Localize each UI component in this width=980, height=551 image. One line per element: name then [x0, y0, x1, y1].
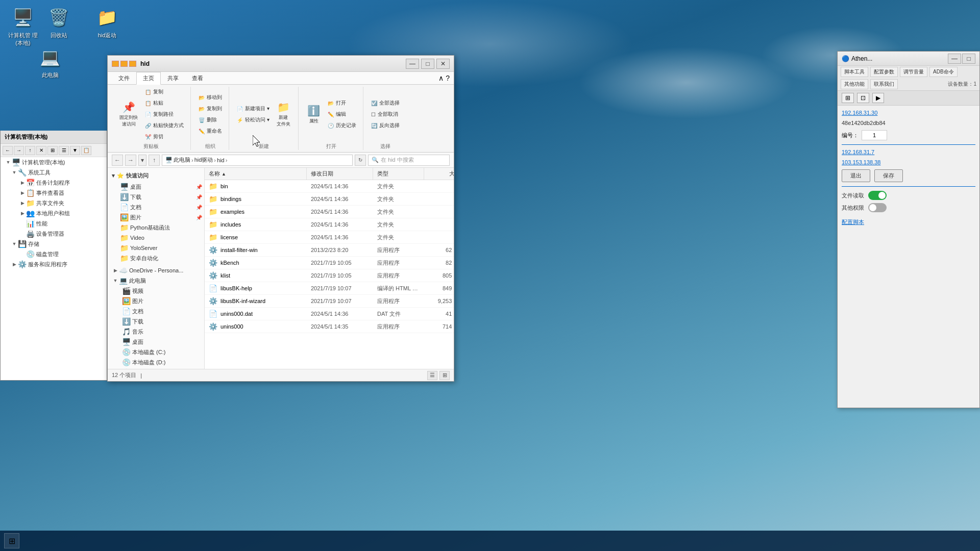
new-item-btn[interactable]: 📄 新建项目 ▾ [234, 104, 272, 114]
sidebar-item-docs[interactable]: 📄 文档 [108, 306, 204, 316]
toolbar-btn-2[interactable]: → [14, 146, 24, 155]
ip-address-3[interactable]: 103.153.138.38 [842, 159, 975, 165]
history-btn[interactable]: 🕐 历史记录 [325, 120, 359, 131]
view-btn-grid[interactable]: ⊞ [842, 93, 854, 103]
toolbar-btn-7[interactable]: ▼ [70, 146, 80, 155]
exit-button[interactable]: 退出 [842, 169, 870, 182]
sidebar-item-video[interactable]: 📁 Video [108, 233, 204, 243]
move-to-btn[interactable]: 📂 移动到 [196, 92, 225, 103]
toolbar-btn-1[interactable]: ← [3, 146, 13, 155]
sidebar-item-thispc[interactable]: ▼ 💻 此电脑 [108, 276, 204, 286]
col-header-date[interactable]: 修改日期 [307, 168, 373, 180]
new-folder-btn[interactable]: 📁 新建文件夹 [273, 98, 294, 130]
title-bar[interactable]: hid — □ ✕ [108, 56, 454, 72]
easy-access-btn[interactable]: ⚡ 轻松访问 ▾ [234, 115, 272, 125]
desktop-icon-recycle[interactable]: 🗑️ 回收站 [41, 5, 77, 39]
sidebar-item-ddrive[interactable]: 💿 本地磁盘 (D:) [108, 357, 204, 367]
sidebar-item-desk[interactable]: 🖥️ 桌面 [108, 337, 204, 347]
toolbar-btn-3[interactable]: ↑ [25, 146, 35, 155]
address-input[interactable]: 🖥️ 此电脑 › hid驱动 › hid › [162, 155, 353, 166]
other-perm-toggle[interactable] [868, 203, 887, 212]
invert-selection-btn[interactable]: 🔄 反向选择 [369, 120, 402, 131]
paste-btn[interactable]: 📋 粘贴 [142, 98, 186, 108]
sidebar-item-pictures[interactable]: 🖼️ 图片 📌 [108, 212, 204, 222]
tree-item-task-scheduler[interactable]: ▶ 📅 任务计划程序 [1, 178, 107, 188]
tab-view[interactable]: 查看 [185, 72, 210, 85]
tree-item-services-apps[interactable]: ▶ ⚙️ 服务和应用程序 [1, 259, 107, 269]
ip-address-2[interactable]: 192.168.31.7 [842, 149, 975, 155]
toolbar-btn-5[interactable]: ⊞ [47, 146, 58, 155]
file-row[interactable]: 📁includes 2024/5/1 14:36 文件夹 [205, 218, 454, 231]
deselect-all-btn[interactable]: ☐ 全部取消 [369, 109, 402, 119]
tree-item-systemtools[interactable]: ▼ 🔧 系统工具 [1, 167, 107, 178]
file-row[interactable]: ⚙️unins000 2024/5/1 14:35 应用程序 714 KB [205, 320, 454, 333]
desktop-icon-computer[interactable]: 🖥️ 计算机管 理(本地) [5, 5, 41, 47]
copy-btn[interactable]: 📋 复制 [142, 87, 186, 97]
delete-btn[interactable]: 🗑️ 删除 [196, 115, 225, 125]
col-header-size[interactable]: 大小 [424, 168, 454, 180]
recent-locations-button[interactable]: ▾ [138, 155, 146, 166]
file-row[interactable]: 📁examples 2024/5/1 14:36 文件夹 [205, 206, 454, 218]
details-view-btn[interactable]: ☰ [427, 371, 437, 380]
file-row[interactable]: 📄unins000.dat 2024/5/1 14:36 DAT 文件 41 K… [205, 308, 454, 320]
app-minimize-btn[interactable]: — [948, 54, 961, 64]
tree-item-local-users[interactable]: ▶ 👥 本地用户和组 [1, 208, 107, 218]
toolbar-btn-6[interactable]: ☰ [59, 146, 69, 155]
sidebar-item-downloads[interactable]: ⬇️ 下载 📌 [108, 192, 204, 202]
col-header-type[interactable]: 类型 [373, 168, 424, 180]
up-button[interactable]: ↑ [149, 155, 160, 166]
pin-to-quickaccess-btn[interactable]: 📌 固定到快速访问 [116, 98, 141, 130]
file-row[interactable]: ⚙️kBench 2021/7/19 10:05 应用程序 82 KB [205, 257, 454, 269]
desktop-icon-hid[interactable]: 📁 hid返动 [89, 5, 125, 39]
refresh-button[interactable]: ↻ [355, 155, 366, 166]
maximize-button[interactable]: □ [421, 59, 434, 69]
view-btn-list[interactable]: ⊡ [857, 93, 869, 103]
ribbon-help-icon[interactable]: ? [446, 74, 450, 82]
ribbon-expand-icon[interactable]: ∧ [438, 74, 444, 82]
select-all-btn[interactable]: ☑️ 全部选择 [369, 98, 402, 108]
sidebar-item-pics[interactable]: 🖼️ 图片 [108, 296, 204, 306]
nav-adjust-volume[interactable]: 调节音量 [900, 67, 927, 77]
file-row[interactable]: ⚙️klist 2021/7/19 10:05 应用程序 805 KB [205, 269, 454, 282]
copy-to-btn[interactable]: 📂 复制到 [196, 104, 225, 114]
back-button[interactable]: ← [112, 155, 123, 166]
toolbar-btn-4[interactable]: ✕ [36, 146, 46, 155]
col-header-name[interactable]: 名称 ▲ [205, 168, 307, 180]
file-row[interactable]: 📁bin 2024/5/1 14:36 文件夹 [205, 180, 454, 193]
sidebar-item-dl[interactable]: ⬇️ 下载 [108, 316, 204, 327]
view-btn-play[interactable]: ▶ [872, 93, 884, 103]
sidebar-item-android-auto[interactable]: 📁 安卓自动化 [108, 253, 204, 263]
tab-share[interactable]: 共享 [161, 72, 185, 85]
file-row[interactable]: ⚙️install-filter-win 2013/2/23 8:20 应用程序… [205, 244, 454, 257]
sidebar-item-onedrive[interactable]: ▶ ☁️ OneDrive - Persona... [108, 265, 204, 276]
file-read-toggle[interactable] [868, 191, 887, 200]
app-maximize-btn[interactable]: □ [962, 54, 975, 64]
file-row[interactable]: 📁license 2024/5/1 14:36 文件夹 [205, 231, 454, 244]
forward-button[interactable]: → [125, 155, 136, 166]
number-input[interactable] [862, 130, 887, 140]
sidebar-item-videos[interactable]: 🎬 视频 [108, 286, 204, 296]
file-row[interactable]: 📄libusBK-help 2021/7/19 10:07 编译的 HTML 帮… [205, 282, 454, 295]
start-button[interactable]: ⊞ [4, 533, 19, 548]
tree-item-device-manager[interactable]: 🖨️ 设备管理器 [1, 229, 107, 239]
tree-item-shared-folders[interactable]: ▶ 📁 共享文件夹 [1, 198, 107, 208]
file-row[interactable]: 📁bindings 2024/5/1 14:36 文件夹 [205, 193, 454, 206]
config-script-link[interactable]: 配置脚本 [842, 218, 975, 226]
tree-item-computer[interactable]: ▼ 🖥️ 计算机管理(本地) [1, 157, 107, 167]
large-icons-view-btn[interactable]: ⊞ [439, 371, 450, 380]
tree-item-performance[interactable]: 📊 性能 [1, 218, 107, 229]
ip-address-1[interactable]: 192.168.31.30 [842, 110, 975, 116]
search-box[interactable]: 🔍 在 hid 中搜索 [368, 155, 450, 166]
toolbar-btn-8[interactable]: 📋 [81, 146, 91, 155]
nav-config-params[interactable]: 配置参数 [870, 67, 898, 77]
sidebar-item-yoloserver[interactable]: 📁 YoloServer [108, 243, 204, 253]
edit-btn[interactable]: ✏️ 编辑 [325, 109, 359, 119]
desktop-icon-thispc[interactable]: 💻 此电脑 [32, 45, 68, 79]
nav-contact-us[interactable]: 联系我们 [870, 79, 898, 89]
file-row[interactable]: ⚙️libusBK-inf-wizard 2021/7/19 10:07 应用程… [205, 295, 454, 308]
copy-path-btn[interactable]: 📄 复制路径 [142, 109, 186, 119]
tab-home[interactable]: 主页 [136, 72, 161, 85]
quick-access-header[interactable]: ▾ ⭐ 快速访问 [108, 170, 204, 182]
close-button[interactable]: ✕ [436, 59, 450, 69]
open-btn[interactable]: 📂 打开 [325, 98, 359, 108]
